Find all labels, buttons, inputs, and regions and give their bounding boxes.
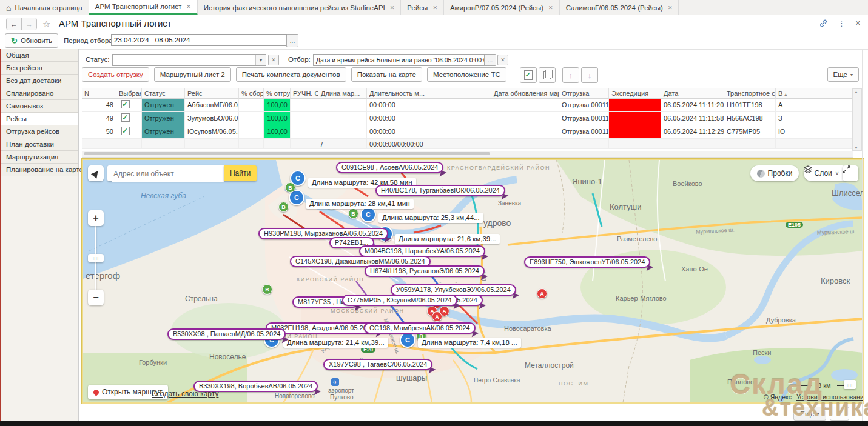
vehicle-location-button[interactable]: Местоположение ТС [427, 67, 506, 82]
map-marker[interactable]: В [278, 202, 289, 212]
ruler-icon[interactable]: |||| [844, 380, 856, 389]
map-marker[interactable]: А [432, 311, 442, 322]
table-vertical-scrollbar[interactable]: ▲▼ [852, 88, 862, 151]
scrollbar-thumb[interactable] [84, 152, 490, 155]
chevron-down-icon[interactable]: ▾ [255, 55, 266, 65]
show-on-map-button[interactable]: Показать на карте [351, 67, 422, 82]
table-row[interactable]: 50 Отгружен ЮсуповМ/06.05.2... 100,00 00… [82, 125, 852, 139]
map-marker[interactable]: С [400, 332, 415, 348]
otbor-clear-button[interactable]: ✕ [497, 55, 508, 65]
map-search-input[interactable] [112, 166, 224, 182]
sidebar-item[interactable]: Без рейсов [1, 62, 78, 75]
col-header[interactable]: Статус [142, 88, 185, 99]
route-vehicle-label[interactable]: СС198, МамбреянАК/06.05.2024 [364, 322, 476, 334]
close-icon[interactable]: ✕ [855, 19, 861, 27]
route-vehicle-label[interactable]: Н674КН198, РуслановЭ/06.05.2024 [365, 265, 485, 277]
col-header[interactable]: % сборки [239, 88, 264, 99]
map-marker[interactable]: А [537, 288, 547, 299]
move-down-button[interactable]: ↓ [581, 67, 598, 83]
col-header[interactable]: % отгрузки [264, 88, 291, 99]
col-header[interactable]: Дата обновления маршрута [491, 88, 559, 99]
route-sheet-button[interactable]: Маршрутный лист 2 [154, 67, 231, 82]
table-row[interactable]: 49 Отгружен ЗулумовБО/06.05.... 100,00 0… [82, 112, 852, 125]
tab-starline-history[interactable]: История фактического выполнения рейса из… [198, 0, 402, 15]
sidebar-item[interactable]: Рейсы [1, 113, 78, 125]
geolocation-button[interactable] [88, 165, 104, 181]
col-header[interactable]: В▴ [776, 88, 852, 99]
sidebar-item[interactable]: Самовывоз [1, 100, 78, 113]
col-header[interactable]: Отгрузка [559, 88, 609, 99]
zoom-out-button[interactable]: − [88, 290, 104, 305]
tab-home[interactable]: ⌂ Начальная страница [0, 0, 89, 15]
route-vehicle-label[interactable]: С091СЕ98 , АсоевА/06.05.2024 [336, 162, 443, 173]
otbor-filter-value[interactable]: Дата и время рейса Больше или равно "06.… [313, 54, 488, 66]
forward-button[interactable]: → [21, 18, 36, 30]
sidebar-item[interactable]: План доставки [1, 138, 78, 151]
checkbox-checked-icon[interactable] [121, 100, 130, 108]
favorite-star-icon[interactable]: ☆ [42, 19, 50, 30]
col-header[interactable]: Транспортное сре... [724, 88, 776, 99]
zoom-in-button[interactable]: + [88, 210, 104, 226]
period-input[interactable] [111, 34, 288, 46]
col-header[interactable]: Длина мар... [318, 88, 367, 99]
table-row[interactable]: 48 Отгружен АббасовМГ/06.05.... 100,00 0… [82, 99, 852, 112]
otbor-more-button[interactable]: ... [484, 54, 496, 66]
route-vehicle-label[interactable]: Х197УС98 , ТагаевС/06.05.2024 [323, 359, 432, 370]
tab-reisy[interactable]: Рейсы ✕ [401, 0, 444, 15]
map-marker[interactable]: В [285, 182, 295, 193]
fullscreen-button[interactable] [843, 165, 858, 181]
tab-salimov[interactable]: СалимовГ/06.05.2024 (Рейсы) ✕ [560, 0, 679, 15]
sidebar-item[interactable]: Без дат доставки [1, 75, 78, 87]
col-header[interactable]: Рейс [185, 88, 239, 99]
sidebar-item[interactable]: Отгрузка рейсов [1, 125, 78, 138]
link-icon[interactable] [819, 19, 828, 28]
map-marker[interactable]: В [262, 284, 272, 295]
col-header[interactable]: Экспедиция [609, 88, 661, 99]
copy-button[interactable] [539, 67, 556, 83]
sidebar-item[interactable]: Спланировано [1, 87, 78, 100]
traffic-button[interactable]: Пробки [750, 165, 799, 181]
status-filter-combo[interactable]: ▾ [112, 54, 266, 66]
yandex-map[interactable]: Невская губаЯнино-1ВоейковоШлиссельбургК… [82, 159, 864, 404]
table-horizontal-scrollbar[interactable] [82, 151, 853, 158]
set-flags-button[interactable] [520, 67, 537, 83]
col-header[interactable]: Длительность м... [367, 88, 491, 99]
sidebar-item[interactable]: Планирование на карте [1, 164, 78, 176]
checkbox-checked-icon[interactable] [121, 127, 130, 135]
route-vehicle-label[interactable]: Н40/ВС178, ТурганбаевЮК/06.05.2024 [375, 185, 505, 196]
route-vehicle-label[interactable]: С775МР05 , ЮсуповМ/06.05.2024 [342, 295, 457, 306]
refresh-button[interactable]: ↻ Обновить [5, 33, 58, 48]
close-icon[interactable]: ✕ [668, 5, 673, 11]
footer-more-button[interactable]: Еще ▾ [793, 407, 826, 421]
move-up-button[interactable]: ↑ [562, 67, 579, 83]
tab-amirov[interactable]: АмировР/07.05.2024 (Рейсы) ✕ [444, 0, 560, 15]
close-icon[interactable]: ✕ [186, 4, 191, 10]
tab-arm-transport-logist[interactable]: АРМ Транспортный логист ✕ [89, 0, 198, 15]
route-vehicle-label[interactable]: В530ХХ98 , ПашаевМД/06.05.2024 [167, 328, 286, 340]
more-commands-button[interactable]: Еще ▾ [827, 67, 859, 82]
checkbox-checked-icon[interactable] [121, 113, 130, 122]
sidebar-item[interactable]: Маршрутизация [1, 151, 78, 164]
close-icon[interactable]: ✕ [548, 5, 553, 11]
terms-of-use-link[interactable]: Условия использования [796, 393, 864, 401]
col-header[interactable]: РУЧН. ОТГР. [291, 88, 318, 99]
back-button[interactable]: ← [7, 18, 21, 30]
route-vehicle-label[interactable]: Е893НЕ750, ЭшкожоевУТ/06.05.2024 [524, 256, 650, 268]
close-icon[interactable]: ✕ [432, 5, 437, 11]
cell-checked[interactable] [116, 99, 142, 112]
map-find-button[interactable]: Найти [224, 165, 257, 181]
period-more-button[interactable]: ... [286, 34, 298, 47]
zoom-slider-handle[interactable]: |||| [88, 254, 104, 262]
cell-checked[interactable] [116, 125, 142, 139]
sidebar-item[interactable]: Общая [1, 49, 78, 62]
cell-checked[interactable] [116, 112, 142, 125]
col-header[interactable]: Выбран [116, 88, 142, 99]
create-own-map-link[interactable]: Создать свою карту [152, 390, 218, 398]
map-search-box[interactable] [107, 165, 224, 181]
col-header[interactable]: N [82, 88, 116, 99]
close-icon[interactable]: ✕ [390, 5, 395, 11]
print-documents-button[interactable]: Печать комплекта документов [236, 67, 346, 82]
help-button[interactable]: ? [830, 407, 849, 421]
map-marker[interactable]: В [348, 208, 358, 219]
status-clear-button[interactable]: ✕ [268, 55, 279, 65]
